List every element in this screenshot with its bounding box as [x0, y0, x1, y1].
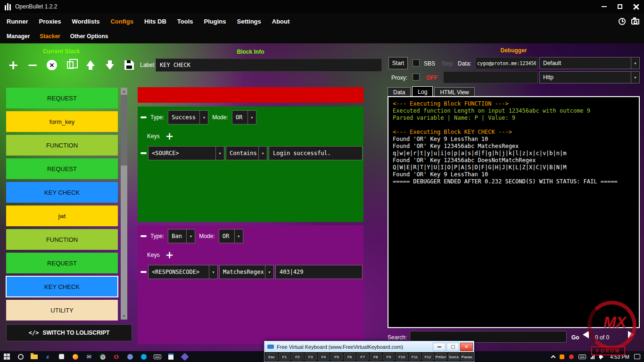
keychain-mode-select[interactable]: OR — [219, 229, 243, 243]
submenu-item-stacker[interactable]: Stacker — [40, 33, 60, 40]
vk-minimize-button[interactable] — [433, 343, 446, 351]
vk-key-scrlk[interactable]: ScrLk — [448, 353, 460, 361]
next-match-button[interactable] — [628, 331, 634, 338]
vk-key-f12[interactable]: F12 — [422, 353, 434, 361]
stack-block-jwt[interactable]: jwt — [6, 206, 118, 226]
drag-handle-icon[interactable] — [140, 152, 147, 154]
tray-app-orange-icon[interactable] — [560, 354, 564, 359]
vk-key-f9[interactable]: F9 — [383, 353, 395, 361]
key-comparer-select[interactable]: Contains — [226, 146, 267, 160]
menu-item-runner[interactable]: Runner — [7, 18, 28, 25]
menu-item-hitsdb[interactable]: Hits DB — [144, 18, 166, 25]
search-go-button[interactable]: Go — [571, 334, 579, 341]
taskbar-edge-browser[interactable]: e — [41, 351, 55, 362]
wordlist-type-select[interactable]: Default — [539, 57, 640, 69]
key-comparer-select[interactable]: MatchesRegex — [219, 265, 274, 279]
vk-key-pause[interactable]: Pause — [461, 353, 473, 361]
vk-key-f2[interactable]: F2 — [291, 353, 304, 361]
vk-key-f11[interactable]: F11 — [409, 353, 421, 361]
vk-key-prtscr[interactable]: PrtScr — [435, 353, 447, 361]
update-check-icon[interactable] — [619, 18, 626, 25]
vk-key-f6[interactable]: F6 — [344, 353, 356, 361]
vk-key-f7[interactable]: F7 — [356, 353, 369, 361]
move-block-down-button[interactable] — [104, 59, 116, 71]
save-config-button[interactable] — [124, 59, 135, 71]
tray-app-red-icon[interactable] — [569, 354, 574, 359]
menu-item-proxies[interactable]: Proxies — [39, 18, 61, 25]
submenu-item-other-options[interactable]: Other Options — [70, 33, 108, 40]
debug-log-panel[interactable]: <--- Executing Block FUNCTION ---> Execu… — [388, 96, 640, 328]
vk-key-esc[interactable]: Esc — [265, 353, 278, 361]
add-key-button[interactable]: + — [165, 251, 174, 259]
stack-block-utility[interactable]: UTILITY — [6, 300, 118, 321]
stack-block-request-3[interactable]: REQUEST — [6, 253, 118, 273]
move-block-up-button[interactable] — [85, 59, 96, 71]
tab-html-view[interactable]: HTML View — [434, 87, 474, 97]
stack-block-request-1[interactable]: REQUEST — [6, 88, 118, 108]
tab-log[interactable]: Log — [412, 86, 433, 97]
menu-item-wordlists[interactable]: Wordlists — [72, 18, 99, 25]
vk-key-f1[interactable]: F1 — [279, 353, 291, 361]
screenshot-camera-icon[interactable] — [631, 19, 639, 25]
drag-handle-icon[interactable] — [140, 235, 147, 237]
taskbar-chrome-browser[interactable] — [96, 351, 109, 362]
vk-key-f10[interactable]: F10 — [396, 353, 408, 361]
menu-item-tools[interactable]: Tools — [177, 18, 193, 25]
drag-handle-icon[interactable] — [140, 271, 147, 273]
stack-block-function-1[interactable]: FUNCTION — [6, 135, 118, 156]
taskbar-code-editor[interactable] — [178, 351, 191, 362]
notification-center-icon[interactable] — [634, 354, 640, 359]
taskbar-file-explorer[interactable] — [27, 351, 41, 362]
scroll-down-icon[interactable] — [121, 313, 127, 320]
switch-to-loliscript-button[interactable]: </> SWITCH TO LOLISCRIPT — [6, 324, 132, 341]
stack-block-keycheck-2-selected[interactable]: KEY CHECK — [6, 276, 118, 297]
scroll-up-icon[interactable] — [121, 88, 127, 95]
taskbar-clock[interactable]: 4:53 PM — [610, 354, 629, 360]
block-label-input[interactable] — [156, 58, 382, 72]
taskbar-firefox-browser[interactable] — [68, 351, 82, 362]
vk-titlebar[interactable]: Free Virtual Keyboard (www.FreeVirtualKe… — [264, 341, 474, 352]
stack-block-function-2[interactable]: FUNCTION — [6, 229, 118, 250]
close-button[interactable] — [628, 0, 644, 13]
add-key-button[interactable]: + — [165, 132, 174, 140]
tray-expand-icon[interactable] — [551, 355, 556, 360]
step-button[interactable]: Step — [441, 60, 453, 67]
key-value-input[interactable] — [269, 146, 363, 160]
add-block-button[interactable]: + — [8, 59, 19, 71]
clear-stack-button[interactable]: ✕ — [46, 59, 58, 71]
taskbar-discord[interactable] — [123, 351, 137, 362]
vk-key-f3[interactable]: F3 — [305, 353, 317, 361]
remove-block-button[interactable]: − — [27, 59, 38, 71]
key-source-select[interactable]: <RESPONSECODE> — [148, 265, 218, 279]
menu-item-plugins[interactable]: Plugins — [204, 18, 226, 25]
key-source-select[interactable]: <SOURCE> — [148, 146, 224, 160]
stack-scrollbar[interactable] — [121, 88, 127, 320]
keychain-failure-partial[interactable] — [138, 87, 363, 103]
menu-item-configs[interactable]: Configs — [110, 18, 133, 25]
tab-data[interactable]: Data — [388, 87, 411, 97]
maximize-button[interactable] — [612, 0, 628, 13]
sbs-checkbox[interactable] — [413, 59, 420, 66]
keychain-type-select[interactable]: Ban — [168, 229, 195, 243]
scrollbar-thumb[interactable] — [121, 95, 127, 165]
taskbar-store[interactable] — [55, 351, 68, 362]
previous-match-button[interactable] — [583, 331, 589, 338]
vk-key-f5[interactable]: F5 — [330, 353, 343, 361]
proxy-input[interactable] — [443, 71, 538, 83]
menu-item-about[interactable]: About — [272, 18, 290, 25]
keychain-type-select[interactable]: Success — [168, 110, 208, 124]
network-icon[interactable] — [591, 354, 594, 359]
volume-icon[interactable] — [599, 354, 605, 360]
drag-handle-icon[interactable] — [140, 116, 147, 118]
vk-key-f4[interactable]: F4 — [318, 353, 330, 361]
taskbar-virtual-keyboard[interactable] — [150, 351, 164, 362]
clone-block-button[interactable] — [66, 59, 77, 71]
taskbar-skype[interactable] — [137, 351, 150, 362]
menu-item-settings[interactable]: Settings — [237, 18, 261, 25]
tray-keyboard-icon[interactable] — [578, 354, 586, 359]
start-debug-button[interactable]: Start — [388, 57, 408, 69]
stack-block-keycheck-1[interactable]: KEY CHECK — [6, 182, 118, 203]
minimize-button[interactable] — [596, 0, 612, 13]
submenu-item-manager[interactable]: Manager — [7, 33, 30, 40]
key-value-input[interactable] — [275, 265, 363, 279]
